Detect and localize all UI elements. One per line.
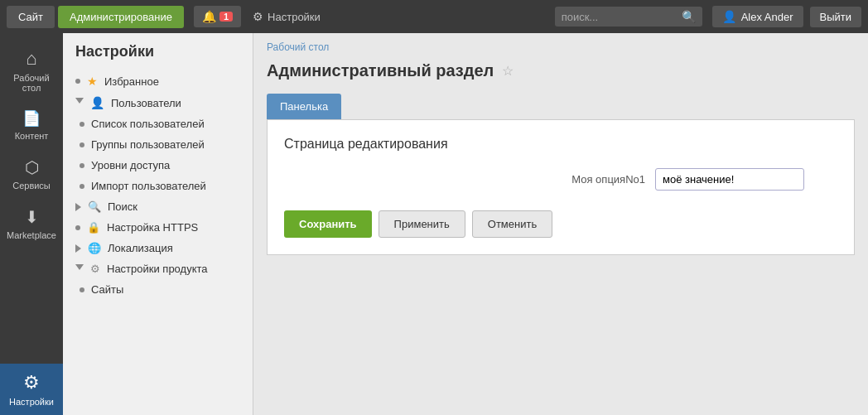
main-layout: Рабочий стол Контент Сервисы Marketplace… xyxy=(0,33,868,415)
page-title: Административный раздел xyxy=(267,61,494,80)
expand-icon-users xyxy=(75,98,84,108)
page-title-row: Административный раздел ☆ xyxy=(267,61,855,80)
expand-icon-localization xyxy=(75,244,81,253)
lock-icon: 🔒 xyxy=(87,221,100,234)
search-input[interactable] xyxy=(562,11,678,23)
bullet-icon xyxy=(80,122,84,127)
search-bar: 🔍 xyxy=(555,7,702,27)
sidebar-item-settings[interactable]: Настройки xyxy=(0,364,63,415)
bell-icon: 🔔 xyxy=(202,10,216,23)
user-top-icon: 👤 xyxy=(722,10,736,23)
import-users-label: Импорт пользователей xyxy=(91,180,206,192)
services-label: Сервисы xyxy=(12,181,51,191)
user-menu[interactable]: 👤 Alex Ander xyxy=(712,6,803,27)
gear-top-icon: ⚙ xyxy=(253,10,263,23)
content-label: Контент xyxy=(15,131,49,141)
cancel-button[interactable]: Отменить xyxy=(472,210,552,238)
card-title: Страница редактирования xyxy=(284,137,837,152)
nav-item-https[interactable]: 🔒 Настройка HTTPS xyxy=(63,217,253,238)
logout-button[interactable]: Выйти xyxy=(810,7,862,27)
bullet-icon xyxy=(80,184,84,189)
marketplace-icon xyxy=(25,207,39,227)
localization-label: Локализация xyxy=(108,242,173,254)
user-list-label: Список пользователей xyxy=(91,118,205,130)
https-label: Настройка HTTPS xyxy=(107,221,198,234)
expand-icon-product xyxy=(75,264,84,274)
top-nav: Сайт Администрирование 🔔 1 ⚙ Настройки 🔍… xyxy=(0,0,868,33)
user-icon: 👤 xyxy=(90,96,104,109)
nav-item-import-users[interactable]: Импорт пользователей xyxy=(63,176,253,196)
home-icon xyxy=(26,48,36,70)
nav-item-user-list[interactable]: Список пользователей xyxy=(63,113,253,134)
content-area: Рабочий стол Административный раздел ☆ П… xyxy=(253,33,868,415)
bullet-icon xyxy=(75,79,80,84)
cog-icon: ⚙ xyxy=(90,263,100,275)
content-icon xyxy=(22,109,41,128)
sidebar-title: Настройки xyxy=(63,43,253,70)
marketplace-label: Marketplace xyxy=(7,230,56,240)
form-input[interactable] xyxy=(655,168,804,191)
expand-icon-search xyxy=(75,203,81,211)
star-icon: ★ xyxy=(87,75,98,88)
form-label: Моя опцияNo1 xyxy=(571,173,645,186)
search-label: Поиск xyxy=(108,200,137,213)
user-groups-label: Группы пользователей xyxy=(91,138,205,151)
btn-row: Сохранить Применить Отменить xyxy=(284,210,837,238)
sidebar-item-marketplace[interactable]: Marketplace xyxy=(0,199,63,249)
save-button[interactable]: Сохранить xyxy=(284,210,372,238)
gear-icon xyxy=(23,372,40,393)
nav-item-sites[interactable]: Сайты xyxy=(63,279,253,300)
globe-icon: 🌐 xyxy=(88,242,101,254)
favorite-star-icon[interactable]: ☆ xyxy=(502,63,514,79)
nav-item-user-groups[interactable]: Группы пользователей xyxy=(63,134,253,155)
nav-item-favorites[interactable]: ★ Избранное xyxy=(63,70,253,92)
sidebar-item-dashboard[interactable]: Рабочий стол xyxy=(0,40,63,101)
nav-item-localization[interactable]: 🌐 Локализация xyxy=(63,238,253,258)
access-levels-label: Уровни доступа xyxy=(91,159,170,171)
content-card: Страница редактирования Моя опцияNo1 Сох… xyxy=(267,120,855,255)
apply-button[interactable]: Применить xyxy=(379,210,465,238)
sites-label: Сайты xyxy=(91,283,123,296)
search-small-icon: 🔍 xyxy=(88,200,101,213)
icon-sidebar: Рабочий стол Контент Сервисы Marketplace… xyxy=(0,33,63,415)
settings-label: Настройки xyxy=(9,397,54,407)
settings-top-label: Настройки xyxy=(268,11,321,23)
user-name: Alex Ander xyxy=(741,11,793,23)
settings-top-button[interactable]: ⚙ Настройки xyxy=(244,6,329,27)
magnify-icon: 🔍 xyxy=(682,10,696,23)
tab-panelka[interactable]: Панелька xyxy=(267,94,341,119)
nav-item-search[interactable]: 🔍 Поиск xyxy=(63,196,253,217)
form-row: Моя опцияNo1 xyxy=(284,168,837,191)
product-settings-label: Настройки продукта xyxy=(107,263,208,275)
dashboard-label: Рабочий стол xyxy=(4,73,59,93)
favorites-label: Избранное xyxy=(104,75,159,88)
sidebar-item-services[interactable]: Сервисы xyxy=(0,149,63,199)
breadcrumb[interactable]: Рабочий стол xyxy=(267,41,855,53)
nav-item-users[interactable]: 👤 Пользователи xyxy=(63,92,253,113)
notification-button[interactable]: 🔔 1 xyxy=(194,6,241,27)
nav-item-access-levels[interactable]: Уровни доступа xyxy=(63,155,253,176)
notif-badge: 1 xyxy=(219,12,233,22)
bullet-icon xyxy=(80,163,84,168)
secondary-sidebar: Настройки ★ Избранное 👤 Пользователи Спи… xyxy=(63,33,253,415)
nav-item-product-settings[interactable]: ⚙ Настройки продукта xyxy=(63,258,253,279)
tab-row: Панелька xyxy=(267,94,855,120)
bullet-icon xyxy=(75,225,80,230)
admin-button[interactable]: Администрирование xyxy=(58,6,184,28)
bullet-icon xyxy=(80,287,84,292)
services-icon xyxy=(25,157,39,177)
sidebar-item-content[interactable]: Контент xyxy=(0,101,63,149)
users-label: Пользователи xyxy=(111,97,181,109)
site-button[interactable]: Сайт xyxy=(7,6,55,28)
bullet-icon xyxy=(80,142,84,147)
